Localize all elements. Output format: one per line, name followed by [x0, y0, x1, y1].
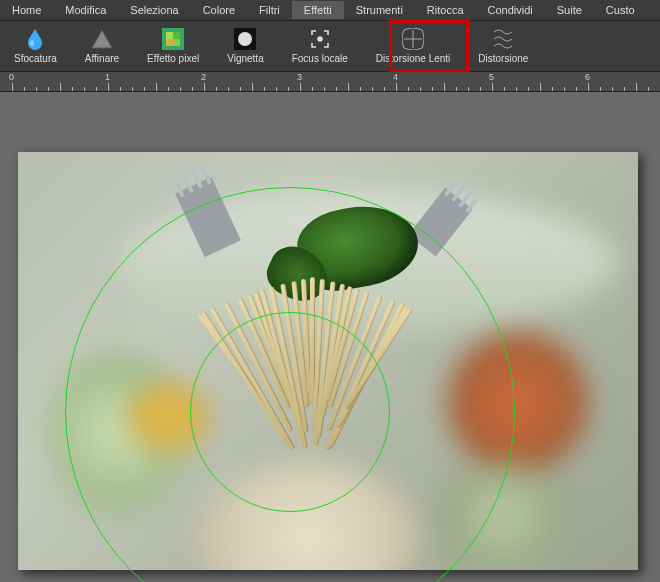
menu-ritocca[interactable]: Ritocca [415, 1, 476, 19]
svg-rect-6 [173, 39, 180, 46]
menu-bar: Home Modifica Seleziona Colore Filtri Ef… [0, 0, 660, 20]
horizontal-ruler: 0123456 [0, 72, 660, 92]
tool-sfocatura[interactable]: Sfocatura [0, 21, 71, 71]
droplet-icon [24, 28, 46, 50]
menu-seleziona[interactable]: Seleziona [118, 1, 190, 19]
tool-label: Effetto pixel [147, 53, 199, 64]
menu-strumenti[interactable]: Strumenti [344, 1, 415, 19]
svg-rect-5 [166, 39, 173, 46]
tool-label: Affinare [85, 53, 119, 64]
svg-rect-4 [173, 32, 180, 39]
menu-modifica[interactable]: Modifica [53, 1, 118, 19]
tool-label: Vignetta [227, 53, 264, 64]
vignette-icon [234, 28, 256, 50]
document-image[interactable] [18, 152, 638, 570]
tool-label: Distorsione Lenti [376, 53, 450, 64]
svg-point-8 [238, 32, 252, 46]
tool-affinare[interactable]: Affinare [71, 21, 133, 71]
tool-distorsione[interactable]: Distorsione [464, 21, 542, 71]
tool-label: Distorsione [478, 53, 528, 64]
tool-label: Sfocatura [14, 53, 57, 64]
canvas-area[interactable] [0, 92, 660, 582]
menu-filtri[interactable]: Filtri [247, 1, 292, 19]
triangle-icon [91, 28, 113, 50]
svg-point-0 [30, 40, 34, 46]
tool-effetto-pixel[interactable]: Effetto pixel [133, 21, 213, 71]
menu-home[interactable]: Home [0, 1, 53, 19]
image-focus-subject [208, 207, 418, 467]
menu-custom[interactable]: Custo [594, 1, 647, 19]
svg-marker-1 [92, 30, 112, 48]
svg-rect-3 [166, 32, 173, 39]
tool-label: Focus locale [292, 53, 348, 64]
menu-colore[interactable]: Colore [191, 1, 247, 19]
tool-vignetta[interactable]: Vignetta [213, 21, 278, 71]
menu-condividi[interactable]: Condividi [476, 1, 545, 19]
pixel-icon [162, 28, 184, 50]
menu-suite[interactable]: Suite [545, 1, 594, 19]
effects-toolbar: Sfocatura Affinare Effetto pixel Vignett… [0, 20, 660, 72]
menu-effetti[interactable]: Effetti [292, 1, 344, 19]
svg-point-9 [318, 37, 322, 41]
lens-grid-icon [402, 28, 424, 50]
focus-target-icon [309, 28, 331, 50]
tool-distorsione-lenti[interactable]: Distorsione Lenti [362, 21, 464, 71]
wave-grid-icon [492, 28, 514, 50]
tool-focus-locale[interactable]: Focus locale [278, 21, 362, 71]
